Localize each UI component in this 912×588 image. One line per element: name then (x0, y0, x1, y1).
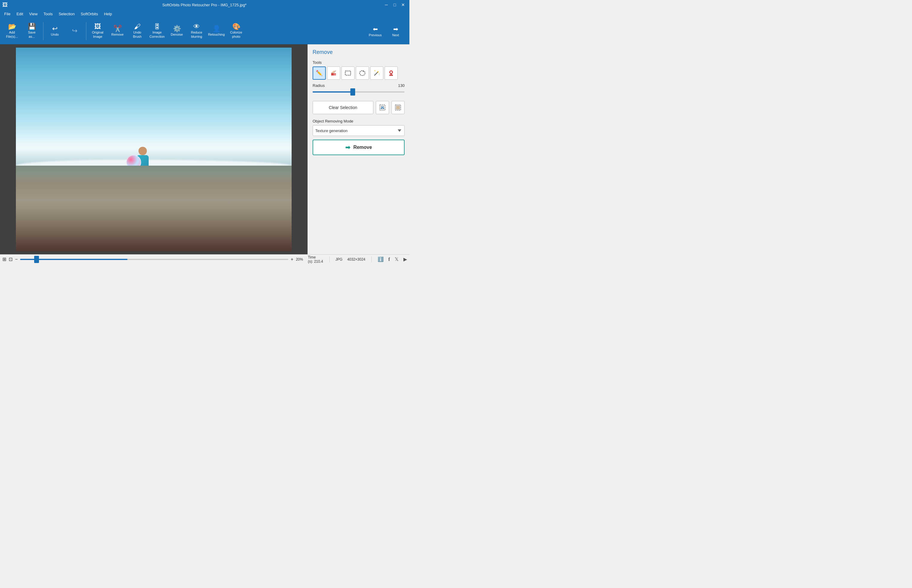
twitter-button[interactable]: 𝕏 (395, 257, 399, 262)
rectangle-selection-button[interactable] (341, 66, 354, 80)
svg-marker-4 (331, 71, 336, 73)
redo-icon: ↪ (72, 27, 77, 34)
save-selection-button[interactable] (376, 101, 389, 114)
mode-section: Object Removing Mode Texture generation … (312, 118, 404, 136)
svg-point-10 (379, 74, 379, 75)
tools-section: Tools ✏️ (312, 60, 404, 80)
menu-tools[interactable]: Tools (40, 10, 55, 18)
next-label: Next (392, 33, 399, 37)
colorize-photo-button[interactable]: 🎨 Colorizephoto (226, 20, 246, 42)
redo-button[interactable]: ↪ (65, 20, 84, 42)
toolbar-separator-2 (86, 22, 86, 40)
tools-label: Tools (312, 60, 404, 65)
colorize-photo-icon: 🎨 (232, 23, 240, 30)
reduce-blurring-button[interactable]: 👁 Reduceblurring (187, 20, 206, 42)
pencil-tool-button[interactable]: ✏️ (312, 66, 326, 80)
image-correction-button[interactable]: 🎛 ImageCorrection (147, 20, 167, 42)
retouching-icon: 👤 (212, 26, 221, 32)
undo-button[interactable]: ↩ Undo (45, 20, 65, 42)
toolbar: 📂 AddFile(s)... 💾 Saveas... ↩ Undo ↪ 🖼 O… (0, 18, 409, 44)
titlebar: 🖼 SoftOrbits Photo Retoucher Pro - IMG_1… (0, 0, 409, 10)
reduce-blurring-label: Reduceblurring (191, 31, 202, 38)
statusbar-right: Time (s): 210.4 JPG 4032×3024 ℹ️ f 𝕏 ▶ (308, 255, 407, 263)
save-as-button[interactable]: 💾 Saveas... (22, 20, 41, 42)
clear-selection-button[interactable]: Clear Selection (312, 101, 374, 114)
zoom-value: 20% (296, 257, 303, 262)
save-as-icon: 💾 (28, 23, 36, 30)
next-button[interactable]: ➡ Next (386, 24, 404, 38)
svg-rect-1 (331, 73, 333, 76)
mode-label: Object Removing Mode (312, 119, 404, 123)
original-image-button[interactable]: 🖼 OriginalImage (88, 20, 107, 42)
radius-slider[interactable] (312, 91, 404, 92)
stamp-icon (388, 69, 395, 77)
load-selection-icon (395, 104, 401, 111)
zoom-slider[interactable] (20, 259, 288, 260)
menu-softorbits[interactable]: SoftOrbits (78, 10, 101, 18)
image-correction-icon: 🎛 (154, 23, 160, 30)
photo-background (16, 48, 292, 251)
fit-window-icon[interactable]: ⊞ (2, 257, 6, 262)
svg-rect-20 (397, 107, 399, 109)
panel-title: Remove (312, 49, 404, 55)
original-image-icon: 🖼 (94, 23, 101, 30)
save-as-label: Saveas... (28, 31, 36, 38)
dimensions-badge: 4032×3024 (348, 257, 365, 262)
previous-label: Previous (369, 33, 382, 37)
denoise-icon: ⚙️ (173, 26, 181, 32)
remove-action-button[interactable]: ➡ Remove (312, 140, 404, 155)
retouching-button[interactable]: 👤 Retouching (207, 20, 226, 42)
actual-size-icon[interactable]: ⊡ (9, 257, 13, 262)
svg-point-13 (390, 71, 392, 73)
statusbar-separator-2 (371, 257, 372, 262)
facebook-button[interactable]: f (388, 257, 390, 262)
eraser-icon (330, 69, 337, 77)
denoise-button[interactable]: ⚙️ Denoise (167, 20, 186, 42)
close-button[interactable]: ✕ (399, 1, 407, 9)
eraser-tool-button[interactable] (327, 66, 340, 80)
undo-icon: ↩ (52, 26, 58, 32)
undo-label: Undo (51, 33, 59, 37)
lasso-icon (359, 69, 366, 77)
ocean-layer (16, 123, 292, 174)
next-icon: ➡ (393, 26, 398, 33)
menu-edit[interactable]: Edit (13, 10, 26, 18)
statusbar: ⊞ ⊡ − + 20% Time (s): 210.4 JPG 4032×302… (0, 254, 409, 264)
undo-brush-icon: 🖌 (134, 23, 141, 30)
stamp-tool-button[interactable] (385, 66, 398, 80)
magic-wand-button[interactable] (370, 66, 383, 80)
youtube-button[interactable]: ▶ (403, 257, 407, 262)
add-files-icon: 📂 (8, 23, 16, 30)
menu-view[interactable]: View (26, 10, 40, 18)
lasso-selection-button[interactable] (356, 66, 369, 80)
radius-section: Radius 130 (312, 83, 404, 95)
retouching-label: Retouching (208, 33, 225, 37)
tools-row: ✏️ (312, 66, 404, 80)
add-files-button[interactable]: 📂 AddFile(s)... (2, 20, 22, 42)
svg-point-8 (375, 70, 375, 71)
minimize-button[interactable]: ─ (382, 1, 390, 9)
window-title: SoftOrbits Photo Retoucher Pro - IMG_172… (26, 3, 382, 7)
toolbar-separator-1 (43, 22, 44, 40)
undo-brush-button[interactable]: 🖌 UndoBrush (128, 20, 147, 42)
remove-label: Remove (112, 33, 124, 37)
load-selection-button[interactable] (391, 101, 404, 114)
window-controls: ─ □ ✕ (382, 1, 407, 9)
previous-button[interactable]: ⬅ Previous (366, 24, 384, 38)
remove-button[interactable]: ✂️ Remove (108, 20, 127, 42)
maximize-button[interactable]: □ (391, 1, 399, 9)
remove-icon: ✂️ (113, 26, 122, 32)
image-correction-label: ImageCorrection (150, 31, 165, 38)
previous-icon: ⬅ (373, 26, 378, 33)
zoom-out-button[interactable]: − (15, 257, 18, 262)
remove-arrow-icon: ➡ (345, 144, 350, 151)
menu-help[interactable]: Help (101, 10, 115, 18)
menu-file[interactable]: File (1, 10, 13, 18)
canvas-area[interactable] (0, 44, 307, 254)
mode-select[interactable]: Texture generation Smart fill Clone (312, 125, 404, 136)
info-button[interactable]: ℹ️ (378, 257, 383, 262)
selection-buttons-row: Clear Selection (312, 101, 404, 114)
zoom-in-button[interactable]: + (291, 257, 293, 262)
menu-selection[interactable]: Selection (56, 10, 78, 18)
format-badge: JPG (335, 257, 342, 262)
